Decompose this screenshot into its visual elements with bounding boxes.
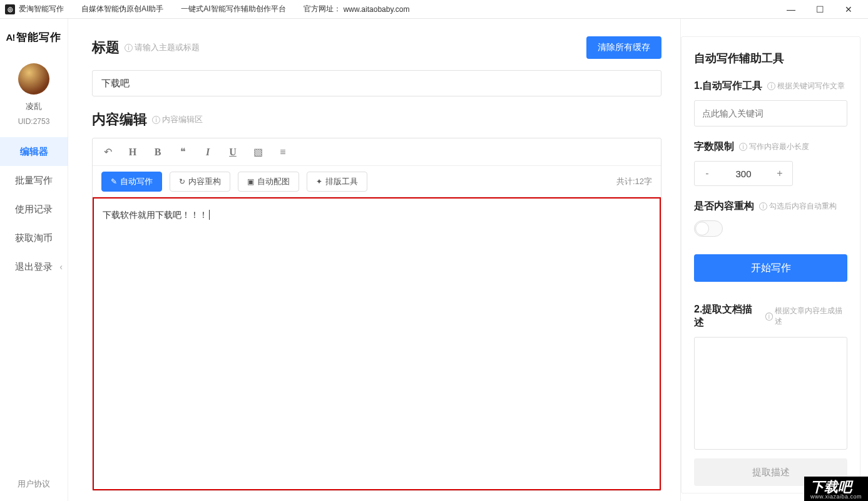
image-icon[interactable]: ▧ [252, 146, 264, 158]
window-maximize-button[interactable]: ☐ [805, 0, 834, 19]
char-count: 共计:12字 [616, 176, 652, 187]
window-close-button[interactable]: ✕ [834, 0, 863, 19]
app-icon: ◎ [5, 4, 15, 14]
layout-tool-button[interactable]: ✦排版工具 [307, 172, 367, 192]
reconstruct-toggle[interactable] [694, 220, 723, 237]
tagline-2: 一键式AI智能写作辅助创作平台 [181, 4, 285, 14]
section-1-title: 1.自动写作工具 [694, 80, 762, 93]
uid: UID:2753 [18, 117, 50, 126]
chip-label: 自动配图 [257, 176, 290, 187]
keyword-input[interactable] [694, 100, 847, 127]
app-name: 爱淘智能写作 [19, 4, 64, 14]
underline-icon[interactable]: U [227, 147, 239, 158]
bold-icon[interactable]: B [151, 147, 164, 158]
sidebar: A!智能写作 凌乱 UID:2753 编辑器 批量写作 使用记录 获取淘币 退出… [0, 19, 68, 501]
start-write-button[interactable]: 开始写作 [694, 254, 847, 282]
section-1-head: 1.自动写作工具 i根据关键词写作文章 [694, 80, 847, 93]
nav-item-batch[interactable]: 批量写作 [0, 166, 68, 195]
auto-write-button[interactable]: ✎自动写作 [101, 172, 162, 192]
title-input[interactable] [92, 70, 661, 96]
nav-label: 获取淘币 [15, 232, 53, 244]
refresh-icon: ↻ [179, 177, 185, 186]
recon-hint: 勾选后内容自动重构 [769, 201, 837, 212]
content-hint-text: 内容编辑区 [162, 114, 203, 125]
user-agreement-link[interactable]: 用户协议 [18, 467, 50, 501]
content-edit-label: 内容编辑 [92, 110, 147, 129]
wand-icon: ✦ [316, 177, 322, 186]
picture-icon: ▣ [247, 177, 254, 186]
nav-item-history[interactable]: 使用记录 [0, 195, 68, 224]
pencil-icon: ✎ [111, 177, 117, 186]
editor-text: 下载软件就用下载吧！！！ [103, 210, 208, 220]
undo-icon[interactable]: ↶ [101, 146, 114, 158]
section-2-hint: 根据文章内容生成描述 [775, 306, 847, 327]
site-url[interactable]: www.aitaobaby.com [344, 5, 410, 14]
window-minimize-button[interactable]: — [777, 0, 805, 19]
nav: 编辑器 批量写作 使用记录 获取淘币 退出登录‹ [0, 137, 68, 281]
clear-cache-button[interactable]: 清除所有缓存 [586, 36, 661, 59]
username: 凌乱 [26, 101, 42, 112]
limit-hint: 写作内容最小长度 [749, 142, 809, 152]
nav-label: 使用记录 [15, 204, 53, 215]
watermark-sub: www.xiazaiba.com [810, 494, 862, 500]
main-content: 标题 i请输入主题或标题 清除所有缓存 内容编辑 i内容编辑区 ↶ H B ❝ … [68, 19, 680, 501]
limit-title: 字数限制 [694, 140, 734, 153]
description-textarea[interactable] [694, 337, 847, 450]
editor-textarea[interactable]: 下载软件就用下载吧！！！ [93, 197, 661, 490]
chip-label: 排版工具 [325, 176, 358, 187]
format-toolbar: ↶ H B ❝ I U ▧ ≡ [93, 138, 661, 166]
tagline-1: 自媒体智能伪原创AI助手 [81, 4, 163, 14]
title-label: 标题 [92, 38, 120, 57]
nav-item-coins[interactable]: 获取淘币 [0, 224, 68, 252]
auto-image-button[interactable]: ▣自动配图 [238, 172, 299, 192]
titlebar: ◎ 爱淘智能写作 自媒体智能伪原创AI助手 一键式AI智能写作辅助创作平台 官方… [0, 0, 868, 19]
content-hint: i内容编辑区 [152, 114, 203, 125]
brand: A!智能写作 [0, 30, 68, 52]
recon-title: 是否内容重构 [694, 200, 754, 213]
watermark: 下载吧 www.xiazaiba.com [804, 477, 868, 501]
chevron-left-icon: ‹ [59, 262, 63, 272]
italic-icon[interactable]: I [202, 147, 214, 158]
title-hint: i请输入主题或标题 [125, 42, 200, 53]
site-label: 官方网址： [304, 4, 341, 14]
section-2-head: 2.提取文档描述 i根据文章内容生成描述 [694, 303, 847, 329]
stepper-value: 300 [720, 168, 767, 179]
nav-item-logout[interactable]: 退出登录‹ [0, 252, 68, 281]
word-limit-stepper[interactable]: - 300 + [694, 161, 793, 186]
nav-item-editor[interactable]: 编辑器 [0, 137, 68, 166]
title-hint-text: 请输入主题或标题 [135, 42, 200, 53]
right-panel: 自动写作辅助工具 1.自动写作工具 i根据关键词写作文章 字数限制 i写作内容最… [680, 19, 868, 501]
chip-label: 自动写作 [120, 176, 153, 187]
recon-head: 是否内容重构 i勾选后内容自动重构 [694, 200, 847, 213]
brand-text: 智能写作 [16, 31, 61, 43]
watermark-text: 下载吧 [810, 479, 852, 495]
reconstruct-button[interactable]: ↻内容重构 [170, 172, 230, 192]
section-2-title: 2.提取文档描述 [694, 303, 760, 329]
chip-label: 内容重构 [188, 176, 221, 187]
editor-box: ↶ H B ❝ I U ▧ ≡ ✎自动写作 ↻内容重构 ▣自动配图 ✦排版工具 … [92, 138, 661, 491]
section-1-hint: 根据关键词写作文章 [777, 81, 845, 91]
avatar[interactable] [18, 63, 49, 95]
heading-icon[interactable]: H [126, 147, 139, 158]
nav-label: 退出登录 [15, 261, 53, 273]
nav-label: 编辑器 [20, 146, 48, 158]
limit-head: 字数限制 i写作内容最小长度 [694, 140, 847, 153]
panel-title: 自动写作辅助工具 [694, 51, 847, 66]
quote-icon[interactable]: ❝ [176, 146, 189, 158]
align-icon[interactable]: ≡ [277, 147, 289, 158]
stepper-plus-button[interactable]: + [767, 168, 792, 179]
toggle-knob [695, 222, 709, 235]
action-toolbar: ✎自动写作 ↻内容重构 ▣自动配图 ✦排版工具 共计:12字 [93, 166, 661, 197]
stepper-minus-button[interactable]: - [695, 168, 720, 179]
nav-label: 批量写作 [15, 175, 53, 187]
